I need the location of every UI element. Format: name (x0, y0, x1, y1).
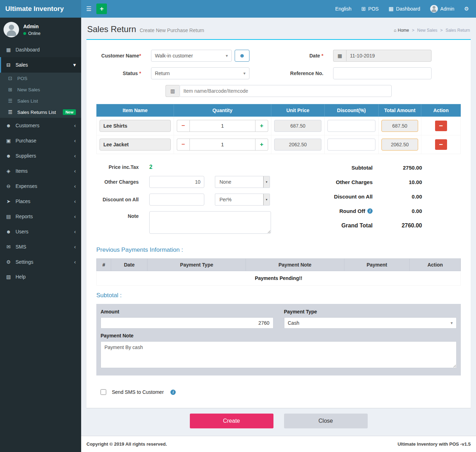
create-button[interactable]: Create (190, 414, 273, 428)
previous-payments-table: # Date Payment Type Payment Note Payment… (96, 258, 461, 286)
sidebar-item-settings[interactable]: ⚙ Settings ‹ (0, 254, 81, 269)
qty-increase-button[interactable]: + (255, 120, 268, 132)
item-row: − + − (97, 117, 461, 135)
discount-all-input[interactable] (149, 194, 204, 206)
qty-input[interactable] (189, 139, 255, 151)
item-search-input[interactable] (180, 85, 392, 97)
settings-menu[interactable]: ⚙ (464, 6, 469, 12)
payment-type-label: Payment Type (284, 309, 457, 314)
sidebar-item-expenses[interactable]: ⊖ Expenses ‹ (0, 178, 81, 194)
user-avatar (4, 22, 19, 37)
payment-note-textarea[interactable] (101, 341, 457, 368)
discount-all-type-value: Per% (219, 197, 231, 202)
customer-select[interactable]: Walk-in customer ▾ (151, 50, 232, 62)
sidebar-subitem-new-sales[interactable]: ⊞ New Sales (0, 84, 81, 95)
discount-input[interactable] (327, 139, 375, 151)
roundoff-value: 0.00 (373, 208, 422, 214)
status-select[interactable]: Return ▾ (151, 67, 249, 79)
suppliers-icon: ☻ (5, 153, 12, 159)
discount-input[interactable] (327, 120, 375, 132)
breadcrumb-home[interactable]: ⌂ Home (394, 28, 409, 33)
discount-all-label: Discount on All (96, 197, 149, 202)
qty-increase-button[interactable]: + (255, 139, 268, 151)
dashboard-link[interactable]: ▦ Dashboard (388, 6, 420, 12)
date-input[interactable] (346, 50, 432, 62)
discount-all-type-select[interactable]: Per% ▾ (215, 194, 270, 206)
total-amount-input (381, 120, 418, 132)
sidebar-item-items[interactable]: ◈ Items ‹ (0, 163, 81, 178)
items-table: Item Name Quantity Unit Price Discount(%… (96, 104, 461, 154)
expenses-icon: ⊖ (5, 183, 12, 189)
app-logo[interactable]: Ultimate Inventory (0, 0, 81, 18)
add-customer-button[interactable]: ☻ (235, 50, 249, 62)
payments-empty-text: Payments Pending!! (97, 271, 461, 286)
sidebar-item-places[interactable]: ➤ Places ‹ (0, 194, 81, 209)
breadcrumb: ⌂ Home > New Sales > Sales Return (394, 28, 470, 33)
language-menu[interactable]: English (335, 6, 351, 12)
info-icon[interactable]: i (170, 390, 176, 395)
sidebar-item-sales[interactable]: ⊟ Sales ▾ ⊡ POS ⊞ New Sales (0, 57, 81, 118)
date-label: Date * (279, 53, 333, 59)
list-icon: ☰ (7, 109, 13, 115)
sidebar-menu: ▦ Dashboard ⊟ Sales ▾ ⊡ POS (0, 42, 81, 284)
chevron-left-icon: ‹ (74, 138, 76, 143)
page-subtitle: Create New Purchase Return (140, 28, 204, 33)
quick-add-button[interactable]: + (96, 4, 107, 14)
sidebar-subitem-pos[interactable]: ⊡ POS (0, 73, 81, 84)
sidebar-subitem-sales-returns-list[interactable]: ☰ Sales Returns List New (0, 106, 81, 118)
send-sms-checkbox[interactable] (101, 389, 106, 395)
amount-input[interactable] (101, 317, 273, 329)
sidebar-item-sms[interactable]: ✉ SMS ‹ (0, 239, 81, 254)
other-charges-type-select[interactable]: None ▾ (215, 176, 270, 188)
reference-label: Reference No. (279, 71, 333, 76)
sidebar-subitem-sales-list[interactable]: ☰ Sales List (0, 95, 81, 106)
dashboard-label: Dashboard (396, 6, 420, 12)
remove-item-button[interactable]: − (435, 139, 447, 150)
sidebar-item-label: SMS (16, 244, 26, 250)
chevron-left-icon: ‹ (74, 168, 76, 174)
list-icon: ☰ (7, 98, 13, 104)
breadcrumb-new-sales[interactable]: New Sales (417, 28, 437, 33)
customer-name-label: Customer Name* (96, 53, 151, 59)
sidebar-item-help[interactable]: ▧ Help (0, 269, 81, 284)
sidebar-item-label: Settings (16, 259, 34, 265)
qty-decrease-button[interactable]: − (177, 120, 189, 132)
col-action: Action (410, 259, 461, 271)
items-icon: ◈ (5, 168, 12, 174)
reference-input[interactable] (333, 67, 432, 79)
sidebar-item-dashboard[interactable]: ▦ Dashboard (0, 42, 81, 57)
sidebar-item-purchase[interactable]: ▣ Purchase ‹ (0, 133, 81, 148)
barcode-icon: ▥ (165, 85, 179, 97)
status-label: Status * (96, 71, 151, 76)
sidebar-item-suppliers[interactable]: ☻ Suppliers ‹ (0, 148, 81, 163)
reports-icon: ▤ (5, 214, 12, 219)
hamburger-icon[interactable]: ☰ (81, 5, 96, 13)
payment-type-select[interactable]: Cash ▾ (284, 317, 457, 329)
qty-decrease-button[interactable]: − (177, 139, 189, 151)
sidebar-item-customers[interactable]: ☻ Customers ‹ (0, 118, 81, 133)
user-menu[interactable]: Admin (430, 5, 454, 13)
pos-link[interactable]: ⊞ POS (361, 6, 379, 12)
home-icon: ⌂ (394, 28, 396, 33)
note-textarea[interactable] (149, 211, 271, 234)
plus-square-icon: ⊞ (7, 87, 13, 92)
remove-item-button[interactable]: − (435, 121, 447, 131)
sidebar-item-label: Places (16, 198, 30, 204)
customer-select-value: Walk-in customer (155, 53, 193, 59)
other-charges-label: Other Charges (96, 179, 149, 185)
other-charges-input[interactable] (149, 176, 204, 188)
qty-input[interactable] (189, 120, 255, 132)
sidebar-user-panel: Admin Online (0, 18, 81, 42)
sidebar-item-reports[interactable]: ▤ Reports ‹ (0, 209, 81, 224)
payment-type-value: Cash (288, 320, 300, 326)
col-unit-price: Unit Price (271, 104, 324, 117)
info-icon[interactable]: i (367, 208, 373, 214)
close-button[interactable]: Close (284, 414, 368, 428)
gear-icon: ⚙ (464, 6, 469, 12)
sidebar-user-status: Online (23, 31, 41, 36)
sidebar-item-label: Purchase (16, 138, 36, 143)
dashboard-icon: ▦ (5, 47, 12, 53)
col-item-name: Item Name (97, 104, 174, 117)
sidebar-item-users[interactable]: ☻ Users ‹ (0, 224, 81, 239)
amount-label: Amount (101, 309, 273, 314)
